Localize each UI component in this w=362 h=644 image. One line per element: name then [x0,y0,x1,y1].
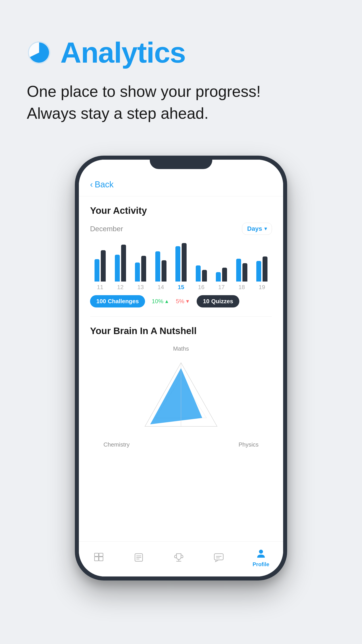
bar-blue-13 [135,262,140,282]
bar-group-14: 14 [155,241,166,291]
subtitle-line1: One place to show your progress! [27,83,261,100]
bar-dark-18 [242,263,247,282]
bar-label-17: 17 [218,284,225,291]
svg-rect-10 [99,553,103,556]
bar-group-17: 17 [216,241,227,291]
bar-dark-13 [141,256,146,282]
bar-dark-16 [202,270,207,282]
days-dropdown[interactable]: Days ▾ [242,223,272,235]
radar-chart: Maths [90,343,272,450]
brain-title: Your Brain In A Nutshell [90,326,272,336]
percent2-stat: 5% ▼ [176,298,190,305]
profile-icon [255,547,267,560]
challenges-count: 100 [96,298,106,305]
nav-item-home[interactable] [93,551,105,564]
nav-item-profile[interactable]: Profile [253,547,269,568]
svg-rect-17 [214,554,223,560]
svg-rect-8 [99,557,103,561]
chevron-down-icon: ▾ [264,226,267,232]
trophy-icon [173,551,185,564]
bar-group-13: 13 [135,241,146,291]
bar-wrapper-13 [135,241,146,282]
svg-point-20 [259,550,263,554]
bar-group-12: 12 [115,241,126,291]
bar-label-15: 15 [178,284,184,291]
bar-label-12: 12 [117,284,124,291]
activity-title: Your Activity [90,205,272,216]
phone-outer: ‹ Back Your Activity December Days ▾ [75,156,287,580]
bar-label-13: 13 [137,284,144,291]
bar-blue-17 [216,272,221,282]
chat-icon [213,551,225,564]
home-icon [93,551,105,564]
back-label: Back [95,180,113,190]
title-row: Analytics [27,36,335,69]
bar-dark-19 [263,256,268,282]
bar-wrapper-15 [175,241,187,282]
nav-item-chat[interactable] [213,551,225,564]
page-title: Analytics [60,36,185,69]
bar-wrapper-11 [94,241,106,282]
percent2-value: 5% [176,298,184,305]
phone-container: ‹ Back Your Activity December Days ▾ [0,156,362,603]
bar-wrapper-19 [256,241,268,282]
bar-wrapper-17 [216,241,227,282]
header-section: Analytics One place to show your progres… [0,0,362,138]
bar-wrapper-12 [115,241,126,282]
scroll-area: Your Activity December Days ▾ [79,196,283,541]
quizzes-badge: 10 Quizzes [197,295,239,308]
bar-blue-18 [236,259,241,282]
bar-group-19: 19 [256,241,268,291]
percent1-stat: 10% ▲ [152,298,169,305]
stats-row: 100 Challenges 10% ▲ 5% ▼ 10 [90,295,272,308]
month-label: December [90,225,123,233]
svg-rect-7 [94,557,98,561]
bar-wrapper-14 [155,241,166,282]
bar-dark-17 [222,268,227,282]
lessons-icon [133,551,145,564]
arrow-down-icon: ▼ [185,298,190,304]
bar-dark-11 [101,250,106,282]
back-chevron-icon: ‹ [90,180,93,190]
bar-group-15: 15 [175,241,187,291]
analytics-icon [27,40,51,65]
phone-screen: ‹ Back Your Activity December Days ▾ [79,160,283,576]
subtitle-line2: Always stay a step ahead. [27,105,209,122]
bar-group-11: 11 [94,241,106,291]
bar-label-16: 16 [198,284,204,291]
bar-blue-19 [256,261,261,282]
svg-rect-9 [94,553,98,556]
bar-group-16: 16 [196,241,207,291]
radar-label-physics: Physics [238,441,259,448]
challenges-badge: 100 Challenges [90,295,145,308]
phone-notch [150,156,212,169]
bar-label-19: 19 [259,284,265,291]
divider [90,316,272,317]
bar-blue-16 [196,266,201,282]
bar-blue-14 [155,251,160,282]
bar-blue-15 [175,246,180,282]
bottom-nav: Profile [79,541,283,576]
bar-group-18: 18 [236,241,247,291]
brain-section: Your Brain In A Nutshell Maths [90,321,272,455]
quizzes-count: 10 [203,298,209,305]
activity-header: December Days ▾ [90,223,272,235]
radar-label-maths: Maths [173,345,189,352]
bar-wrapper-16 [196,241,207,282]
challenges-label: Challenges [108,298,139,305]
bar-wrapper-18 [236,241,247,282]
bar-dark-14 [162,260,166,282]
percent1-value: 10% [152,298,163,305]
profile-nav-label: Profile [253,561,269,568]
svg-marker-3 [150,368,202,424]
bar-chart: 11 12 [90,242,272,291]
bar-label-14: 14 [158,284,164,291]
nav-item-trophy[interactable] [173,551,185,564]
nav-item-lessons[interactable] [133,551,145,564]
arrow-up-icon: ▲ [164,298,169,304]
back-button[interactable]: ‹ Back [90,180,272,190]
bar-label-11: 11 [97,284,103,291]
header-subtitle: One place to show your progress! Always … [27,80,335,124]
bar-blue-12 [115,255,120,282]
radar-svg [139,354,223,439]
